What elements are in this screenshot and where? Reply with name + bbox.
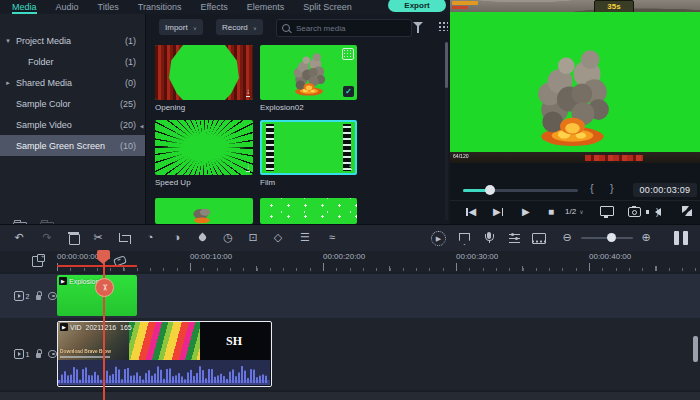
sidebar-collapse-icon[interactable]: ◀ [140,124,144,130]
undo-button[interactable]: ↶ [12,231,26,244]
split-cursor-badge[interactable]: ✂ [95,278,114,297]
track-number: 1 [26,351,30,358]
track-type-icon [14,291,24,301]
menu-tab-audio[interactable]: Audio [56,0,79,14]
timeline-clip-vid[interactable]: Download Brave Brow SH ▶ VID_20211216_16… [57,321,272,387]
audio-mixer-button[interactable] [509,234,520,243]
sidebar-item-sample-color[interactable]: Sample Color (25) [0,93,145,114]
timeline-zoom-handle[interactable] [607,233,616,242]
green-screen-button[interactable] [198,233,208,243]
playhead-marker[interactable] [97,250,110,259]
clip-play-icon: ▶ [59,277,67,285]
sidebar-item-project-media[interactable]: ▾ Project Media (1) [0,30,145,51]
media-thumb-partial[interactable] [260,198,357,224]
motion-tracking-button[interactable]: ⊡ [246,231,260,244]
menu-tab-titles[interactable]: Titles [98,0,119,14]
media-thumb-label: Opening [155,103,185,112]
video-track-1: 1 Download Brave Brow SH [0,318,700,390]
expand-preview-button[interactable] [682,206,692,216]
audio-denoise-button[interactable]: ≈ [325,231,339,244]
ruler-ticks [57,263,700,271]
proxy-button[interactable] [532,233,546,244]
mark-in-button[interactable]: { [590,182,594,194]
timeline-vertical-scrollbar[interactable] [693,336,698,362]
sidebar-item-sample-video[interactable]: Sample Video (20) [0,114,145,135]
download-icon[interactable]: ↓ [348,161,352,170]
color-correction-button[interactable]: ◑ [170,231,184,244]
playback-quality-dropdown[interactable]: 1/2∨ [565,206,584,218]
manage-tracks-icon[interactable] [32,256,43,267]
fullscreen-display-button[interactable] [600,206,614,216]
media-thumb-speed-up[interactable]: ↓ [155,120,253,175]
search-box[interactable] [276,19,412,37]
sidebar-item-count: (1) [125,57,145,67]
sidebar-item-sample-green-screen[interactable]: Sample Green Screen (10) [0,135,145,156]
video-game-scene: 35s [450,0,700,12]
delete-button[interactable] [69,234,80,245]
record-button[interactable]: Record ∨ [216,19,263,35]
menu-tab-elements[interactable]: Elements [247,0,285,14]
media-thumb-label: Explosion02 [260,103,304,112]
added-check-icon[interactable]: ✓ [343,86,354,97]
lock-icon[interactable] [36,353,41,358]
menu-tab-split-screen[interactable]: Split Screen [303,0,352,14]
timeline-zoom-out-button[interactable]: ⊖ [560,231,574,244]
timeline-zoom-in-button[interactable]: ⊕ [639,231,653,244]
duration-button[interactable]: ◷ [221,231,235,244]
track-type-icon [14,349,24,359]
eye-visibility-icon[interactable] [48,292,57,300]
media-panel: Import ∨ Record ∨ ↓ Opening [145,14,451,224]
volume-button[interactable] [655,206,661,216]
game-hud-chip [452,6,468,9]
import-button[interactable]: Import ∨ [159,19,203,35]
menu-tab-media[interactable]: Media [12,0,37,14]
chevron-down-icon: ∨ [579,206,583,218]
audio-waveform [58,360,270,385]
sidebar-item-folder[interactable]: Folder (1) [0,51,145,72]
transport-controls: ◀ ▶ ▶ ■ 1/2∨ [450,200,700,225]
download-icon[interactable]: ↓ [246,163,250,172]
voiceover-button[interactable] [487,232,491,239]
snapshot-button[interactable] [628,206,641,217]
search-input[interactable] [294,23,388,34]
keyframe-button[interactable]: ◇ [271,231,285,244]
previous-frame-button[interactable]: ◀ [466,206,476,218]
download-icon[interactable]: ↓ [246,88,250,97]
playhead-line[interactable] [103,252,105,400]
marker-button[interactable] [459,233,470,245]
lock-icon[interactable] [36,295,41,300]
grid-view-icon[interactable] [438,21,448,31]
media-thumb-opening[interactable]: ↓ [155,45,253,100]
media-scrollbar[interactable] [445,42,448,220]
ruler-label: 00:00:30:00 [456,252,498,261]
expand-open-icon[interactable]: ▾ [0,37,16,45]
next-frame-button[interactable]: ▶ [493,206,503,218]
media-thumb-partial[interactable] [155,198,253,224]
render-preview-button[interactable]: ▶ [431,231,446,246]
expand-collapsed-icon[interactable]: ▸ [0,79,16,87]
record-label: Record [222,23,248,32]
play-button[interactable]: ▶ [522,206,530,218]
speed-button[interactable]: ◔ [143,231,157,244]
timeline-horizontal-scroll-area[interactable] [0,392,700,400]
sidebar-item-label: Sample Color [16,99,120,109]
seek-bar-handle[interactable] [485,185,495,195]
sidebar-item-shared-media[interactable]: ▸ Shared Media (0) [0,72,145,93]
media-thumb-explosion02[interactable]: ✓ [260,45,357,100]
filter-icon[interactable] [413,22,423,27]
scrollbar-thumb[interactable] [445,42,448,88]
eye-visibility-icon[interactable] [48,350,57,358]
menu-tab-effects[interactable]: Effects [200,0,227,14]
crop-button[interactable] [119,233,128,242]
redo-button[interactable]: ↷ [40,231,54,244]
media-thumb-film[interactable]: ↓ [260,120,357,175]
adjustment-button[interactable]: ☰ [298,231,312,244]
sidebar-item-count: (25) [120,99,145,109]
panel-resize-handle[interactable] [674,231,692,245]
menu-tab-transitions[interactable]: Transitions [138,0,182,14]
stop-button[interactable]: ■ [548,206,554,218]
mark-out-button[interactable]: } [610,182,614,194]
monitor-icon [600,206,614,216]
export-button[interactable]: Export [388,0,446,12]
split-scissors-button[interactable]: ✂ [91,231,105,244]
